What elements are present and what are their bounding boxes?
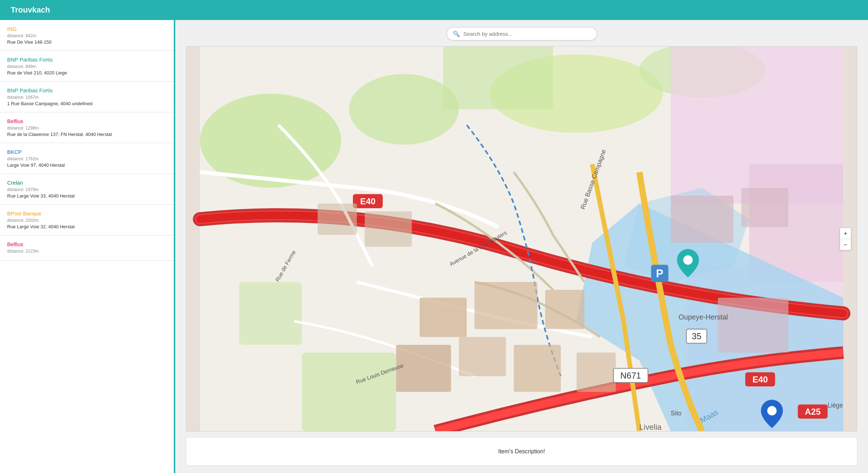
svg-text:Livelia: Livelia	[639, 423, 662, 431]
right-panel: 🔍	[175, 20, 868, 473]
search-box: 🔍	[447, 27, 597, 40]
svg-rect-4	[443, 47, 553, 109]
svg-text:N671: N671	[621, 371, 641, 380]
item-name: ING	[7, 26, 167, 32]
svg-rect-28	[718, 298, 788, 353]
map-container: E40 A25 E40	[186, 46, 857, 431]
item-name: BNP Paribas Fortis	[7, 57, 167, 63]
item-name: Crelan	[7, 180, 167, 186]
list-item[interactable]: BNP Paribas Fortis distance: 849m Rue de…	[0, 51, 174, 82]
svg-text:A25: A25	[805, 407, 820, 416]
list-item[interactable]: Crelan distance: 1979m Rue Large Voie 33…	[0, 174, 174, 205]
item-address: Rue de Visé 210, 4020 Liege	[7, 70, 167, 75]
list-item[interactable]: BNP Paribas Fortis distance: 1067m 1 Rue…	[0, 82, 174, 112]
app-header: Trouvkach	[0, 0, 868, 20]
item-name: Belfius	[7, 241, 167, 247]
item-distance: distance: 2002m	[7, 218, 167, 223]
svg-point-47	[683, 255, 692, 265]
search-input[interactable]	[464, 31, 591, 37]
sidebar: ING distance: 842m Rue De Vise 148-150 B…	[0, 20, 175, 473]
svg-point-2	[349, 74, 459, 145]
svg-rect-26	[671, 196, 734, 243]
item-distance: distance: 1762m	[7, 156, 167, 161]
svg-rect-29	[514, 345, 561, 392]
search-container: 🔍	[186, 27, 857, 40]
item-distance: distance: 1298m	[7, 126, 167, 131]
item-address: Rue De Vise 148-150	[7, 39, 167, 45]
item-name: BKCP	[7, 149, 167, 155]
item-distance: distance: 2123m	[7, 249, 167, 254]
svg-rect-6	[302, 353, 396, 431]
list-item[interactable]: BPost Banque distance: 2002m Rue Large V…	[0, 205, 174, 235]
item-address: Rue de la Clawenne 137, FN Herstal, 4040…	[7, 132, 167, 137]
zoom-controls: + −	[840, 228, 851, 250]
item-distance: distance: 849m	[7, 64, 167, 69]
description-box: Item's Description!	[186, 437, 857, 466]
list-item[interactable]: Belfius distance: 1298m Rue de la Clawen…	[0, 112, 174, 143]
list-item[interactable]: BKCP distance: 1762m Large Voie 97, 4040…	[0, 143, 174, 174]
search-icon: 🔍	[453, 30, 460, 37]
zoom-out-button[interactable]: −	[840, 239, 851, 250]
svg-rect-20	[475, 282, 538, 329]
item-address: Rue Large Voie 32, 4040 Herstal	[7, 224, 167, 229]
svg-text:Oupeye-Herstal: Oupeye-Herstal	[678, 313, 728, 321]
svg-rect-23	[459, 337, 506, 376]
svg-rect-19	[420, 298, 467, 337]
svg-rect-25	[365, 211, 412, 247]
item-address: Large Voie 97, 4040 Herstal	[7, 162, 167, 168]
svg-text:Liège: Liège	[828, 402, 843, 409]
item-name: BNP Paribas Fortis	[7, 87, 167, 93]
list-item[interactable]: ING distance: 842m Rue De Vise 148-150	[0, 20, 174, 51]
svg-text:E40: E40	[752, 375, 768, 384]
item-distance: distance: 842m	[7, 33, 167, 38]
svg-text:35: 35	[692, 331, 701, 341]
zoom-in-button[interactable]: +	[840, 228, 851, 239]
item-distance: distance: 1067m	[7, 95, 167, 100]
svg-rect-7	[239, 282, 302, 345]
item-address: Rue Large Voie 33, 4040 Herstal	[7, 193, 167, 199]
svg-point-49	[767, 406, 776, 415]
svg-text:Sito: Sito	[671, 410, 681, 417]
map-visual: E40 A25 E40	[186, 47, 857, 431]
svg-text:E40: E40	[360, 196, 376, 206]
item-name: Belfius	[7, 118, 167, 124]
svg-rect-22	[396, 345, 451, 392]
svg-rect-30	[577, 353, 616, 392]
item-distance: distance: 1979m	[7, 187, 167, 192]
app-title: Trouvkach	[11, 5, 50, 15]
item-name: BPost Banque	[7, 210, 167, 216]
description-text: Item's Description!	[498, 448, 545, 455]
list-item[interactable]: Belfius distance: 2123m	[0, 235, 174, 261]
main-container: ING distance: 842m Rue De Vise 148-150 B…	[0, 20, 868, 473]
svg-rect-27	[741, 188, 789, 227]
svg-rect-21	[545, 290, 584, 329]
svg-text:P: P	[656, 267, 663, 280]
svg-rect-24	[318, 204, 357, 235]
item-address: 1 Rue Basse Campagne, 4040 undefined	[7, 101, 167, 106]
